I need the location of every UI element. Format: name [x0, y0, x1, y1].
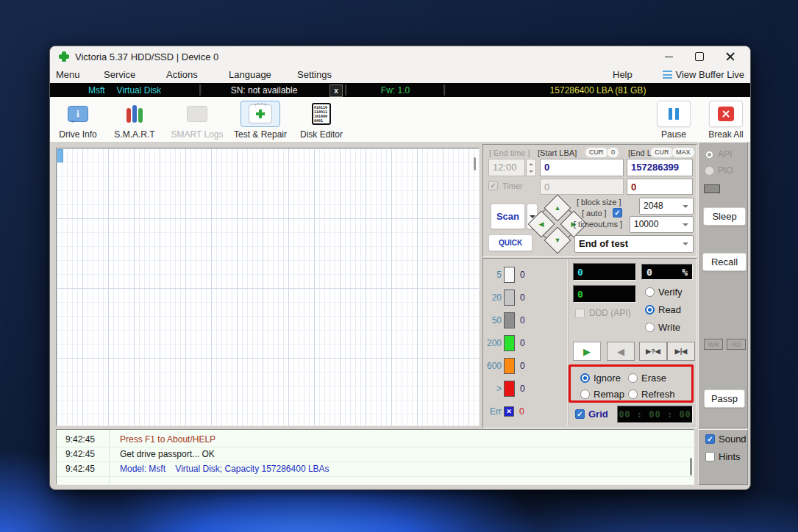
menu-help[interactable]: Help — [613, 69, 633, 80]
bucket-row-5: 5 0 — [482, 267, 525, 283]
grid-toggle[interactable]: Grid — [575, 409, 608, 420]
action-refresh-option[interactable]: Refresh — [628, 389, 675, 400]
drive-info-bar: Msft Virtual Disk SN: not available x Fw… — [50, 83, 750, 97]
log-time: 9:42:45 — [57, 434, 111, 445]
bucket-count: 0 — [520, 292, 525, 303]
mode-verify-option[interactable]: Verify — [645, 287, 683, 298]
sleep-button[interactable]: Sleep — [703, 207, 746, 226]
percent-sign: % — [682, 267, 688, 278]
mode-write-option[interactable]: Write — [645, 322, 680, 333]
action-remap-option[interactable]: Remap — [580, 389, 624, 400]
quick-button[interactable]: QUICK — [488, 234, 532, 251]
remaining-field[interactable]: 0 — [627, 179, 693, 195]
activity-led — [704, 184, 720, 193]
scan-surface-grid[interactable] — [56, 148, 480, 426]
ddd-row: DDD (API) — [575, 308, 631, 318]
end-lba-max-button[interactable]: MAX — [671, 147, 695, 158]
bucket-count: 0 — [520, 361, 525, 371]
disk-editor-button[interactable]: 010110 110011 101000 0001 Disk Editor — [295, 101, 348, 140]
wr-button: WR — [704, 339, 723, 350]
sound-label: Sound — [719, 434, 747, 445]
title-bar: Victoria 5.37 HDD/SSD | Device 0 — [50, 46, 750, 67]
scanned-block — [57, 149, 63, 162]
log-time: 9:42:45 — [57, 464, 111, 474]
smart-button[interactable]: S.M.A.R.T — [108, 101, 161, 140]
bucket-row-600: 600 0 — [482, 358, 525, 374]
menu-bar: Menu Service Actions Language Settings H… — [50, 67, 750, 83]
sn-close-button[interactable]: x — [329, 85, 343, 97]
start-lba-zero-button[interactable]: 0 — [607, 147, 619, 158]
blocks-lcd: 0 — [573, 285, 636, 303]
read-radio[interactable] — [645, 305, 655, 314]
butterfly-test-button[interactable]: ▶|◀ — [667, 342, 695, 361]
erase-radio[interactable] — [628, 373, 638, 383]
break-all-button[interactable]: Break All — [703, 101, 749, 140]
timeout-combo[interactable]: 10000 — [630, 216, 694, 233]
sound-toggle[interactable]: Sound — [705, 434, 747, 445]
scan-button[interactable]: Scan — [491, 204, 525, 229]
erase-label: Erase — [641, 373, 666, 384]
start-test-button[interactable]: ▶ — [573, 342, 601, 361]
bucket-count: 0 — [520, 384, 525, 394]
log-row: 9:42:45 Press F1 to About/HELP — [57, 432, 694, 447]
seek-test-button[interactable]: ▶?◀ — [639, 342, 667, 361]
passp-button[interactable]: Passp — [704, 389, 745, 408]
end-lba-field[interactable]: 157286399 — [627, 159, 693, 176]
start-lba-cur-button[interactable]: CUR — [585, 147, 608, 158]
ignore-radio[interactable] — [580, 373, 590, 383]
auto-checkbox[interactable] — [613, 208, 622, 218]
play-reverse-icon: ◀ — [617, 346, 624, 357]
grid-scrollbar-thumb[interactable] — [474, 157, 476, 170]
pause-button[interactable]: Pause — [652, 101, 696, 140]
ddd-label: DDD (API) — [589, 308, 631, 318]
timeout-value: 10000 — [634, 219, 658, 229]
percent-lcd: 0 % — [641, 264, 693, 280]
action-erase-option[interactable]: Erase — [628, 373, 666, 384]
sound-checkbox[interactable] — [705, 434, 715, 444]
grid-checkbox[interactable] — [575, 409, 585, 419]
end-lba-cur-button[interactable]: CUR — [650, 147, 674, 158]
play-icon: ▶ — [583, 346, 591, 357]
reverse-button[interactable]: ◀ — [607, 342, 635, 361]
hints-checkbox[interactable] — [705, 452, 715, 461]
menu-actions[interactable]: Actions — [166, 69, 198, 80]
refresh-radio[interactable] — [628, 389, 638, 399]
bucket-color-box — [504, 358, 515, 374]
maximize-button[interactable] — [684, 46, 715, 67]
end-time-field: 12:00 — [488, 159, 525, 176]
pio-option: PIO — [705, 165, 733, 176]
menu-language[interactable]: Language — [229, 69, 271, 80]
bucket-label: 50 — [482, 315, 502, 326]
block-size-combo[interactable]: 2048 — [639, 198, 694, 215]
remap-radio[interactable] — [580, 389, 590, 399]
menu-service[interactable]: Service — [104, 69, 135, 80]
serial-number: SN: not available — [202, 83, 327, 97]
bucket-label: > — [482, 384, 502, 394]
remap-label: Remap — [594, 389, 624, 400]
verify-label: Verify — [658, 287, 683, 298]
start-lba-field[interactable]: 0 — [540, 159, 624, 176]
test-repair-button[interactable]: Test & Repair — [234, 101, 287, 140]
write-radio[interactable] — [645, 323, 655, 332]
log-scrollbar-thumb[interactable] — [690, 458, 692, 475]
test-repair-icon — [249, 104, 272, 123]
buffer-list-icon — [663, 71, 672, 79]
minimize-button[interactable] — [653, 46, 684, 67]
menu-menu[interactable]: Menu — [56, 69, 80, 80]
drive-info-button[interactable]: i Drive Info — [51, 101, 104, 140]
close-button[interactable] — [715, 46, 746, 67]
rd-button: RD — [727, 339, 746, 350]
capacity: 157286400 LBA (81 GB) — [446, 83, 750, 97]
action-ignore-option[interactable]: Ignore — [580, 373, 621, 384]
menu-settings[interactable]: Settings — [297, 69, 332, 80]
end-action-combo[interactable]: End of test — [574, 235, 694, 253]
verify-radio[interactable] — [645, 287, 655, 297]
view-buffer-live-button[interactable]: View Buffer Live — [663, 69, 744, 80]
bucket-count: 0 — [520, 338, 525, 348]
break-all-label: Break All — [708, 129, 743, 140]
chevron-down-icon — [683, 223, 688, 229]
window-title: Victoria 5.37 HDD/SSD | Device 0 — [75, 51, 218, 62]
recall-button[interactable]: Recall — [702, 253, 747, 271]
hints-toggle[interactable]: Hints — [705, 451, 741, 462]
mode-read-option[interactable]: Read — [645, 304, 681, 315]
